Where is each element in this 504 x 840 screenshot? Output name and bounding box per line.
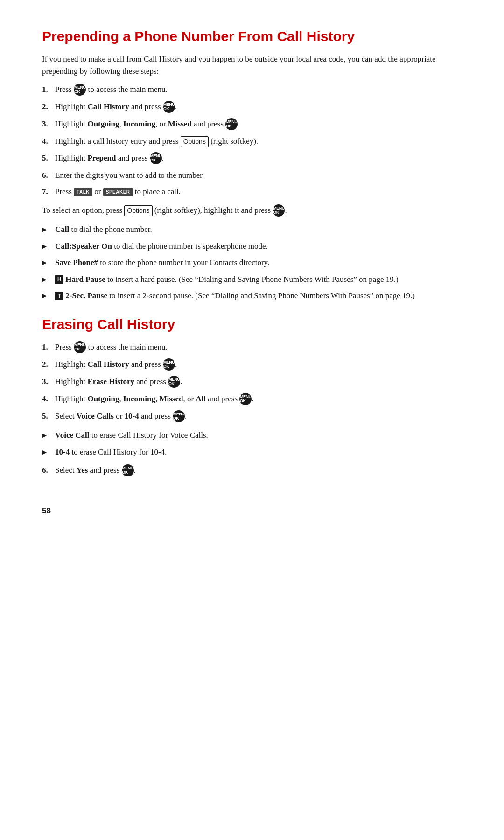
bullet-voice-call: Voice Call to erase Call History for Voi…: [42, 429, 462, 441]
step-2-3: 3. Highlight Erase History and press MEN…: [42, 376, 462, 388]
step-2-6: 6. Select Yes and press MENUOK.: [42, 464, 462, 477]
bullet-call-speaker: Call:Speaker On to dial the phone number…: [42, 240, 462, 252]
options-button-inline: Options: [124, 205, 152, 216]
step-content: Highlight Prepend and press MENUOK.: [55, 152, 462, 165]
section2-steps-list: 1. Press MENUOK to access the main menu.…: [42, 341, 462, 423]
step-number: 6.: [42, 169, 52, 182]
step-content: Highlight Erase History and press MENUOK…: [55, 376, 462, 388]
step-content: Select Voice Calls or 10-4 and press MEN…: [55, 410, 462, 423]
speaker-icon: SPEAKER: [103, 188, 133, 196]
step-number: 4.: [42, 393, 52, 405]
options-button: Options: [181, 136, 209, 147]
step-number: 1.: [42, 341, 52, 353]
step-number: 3.: [42, 118, 52, 130]
menu-icon: MENUOK: [225, 118, 238, 130]
section2-bullets: Voice Call to erase Call History for Voi…: [42, 429, 462, 458]
menu-icon: MENUOK: [239, 393, 252, 405]
menu-icon: MENUOK: [163, 101, 175, 113]
section2-title: Erasing Call History: [42, 316, 462, 333]
talk-icon: TALK: [74, 188, 92, 196]
step-2-5: 5. Select Voice Calls or 10-4 and press …: [42, 410, 462, 423]
menu-icon: MENUOK: [122, 464, 134, 476]
step-number: 6.: [42, 464, 52, 476]
bullet-save-phone: Save Phone# to store the phone number in…: [42, 257, 462, 269]
bullet-hard-pause: H Hard Pause to insert a hard pause. (Se…: [42, 273, 462, 286]
section1-bullets: Call to dial the phone number. Call:Spea…: [42, 224, 462, 302]
step-number: 2.: [42, 358, 52, 371]
step-1-7: 7. Press TALK or SPEAKER to place a call…: [42, 186, 462, 198]
step-number: 4.: [42, 135, 52, 147]
section1-title: Prepending a Phone Number From Call Hist…: [42, 28, 462, 45]
hard-pause-icon: H: [55, 275, 63, 284]
step-1-3: 3. Highlight Outgoing, Incoming, or Miss…: [42, 118, 462, 131]
step-1-1: 1. Press MENUOK to access the main menu.: [42, 84, 462, 96]
section1-intro: If you need to make a call from Call His…: [42, 53, 462, 77]
step-number: 5.: [42, 410, 52, 422]
timer-pause-icon: T: [55, 292, 63, 300]
step-content: Press MENUOK to access the main menu.: [55, 341, 462, 354]
page-number: 58: [42, 505, 462, 517]
section1-steps-list: 1. Press MENUOK to access the main menu.…: [42, 84, 462, 198]
step-2-2: 2. Highlight Call History and press MENU…: [42, 358, 462, 371]
step-1-2: 2. Highlight Call History and press MENU…: [42, 101, 462, 113]
step-1-4: 4. Highlight a call history entry and pr…: [42, 135, 462, 147]
step-content: Highlight a call history entry and press…: [55, 135, 462, 147]
step-content: Highlight Call History and press MENUOK.: [55, 358, 462, 371]
step-2-1: 1. Press MENUOK to access the main menu.: [42, 341, 462, 354]
section2-steps-list-cont: 6. Select Yes and press MENUOK.: [42, 464, 462, 477]
step-content: Highlight Outgoing, Incoming, Missed, or…: [55, 393, 462, 406]
step-content: Enter the digits you want to add to the …: [55, 169, 462, 182]
menu-icon: MENUOK: [273, 204, 285, 217]
step-1-5: 5. Highlight Prepend and press MENUOK.: [42, 152, 462, 165]
menu-icon: MENUOK: [150, 152, 162, 164]
bullet-10-4: 10-4 to erase Call History for 10-4.: [42, 446, 462, 458]
bullet-call: Call to dial the phone number.: [42, 224, 462, 236]
menu-icon: MENUOK: [168, 376, 180, 388]
step-number: 3.: [42, 376, 52, 388]
step-number: 1.: [42, 84, 52, 96]
menu-icon: MENUOK: [74, 84, 86, 96]
step-number: 7.: [42, 186, 52, 198]
step-content: Press TALK or SPEAKER to place a call.: [55, 186, 462, 198]
step-number: 2.: [42, 101, 52, 113]
options-text: To select an option, press Options (righ…: [42, 204, 462, 217]
bullet-2sec-pause: T 2-Sec. Pause to insert a 2-second paus…: [42, 290, 462, 302]
step-content: Highlight Outgoing, Incoming, or Missed …: [55, 118, 462, 131]
step-content: Press MENUOK to access the main menu.: [55, 84, 462, 96]
menu-icon: MENUOK: [163, 358, 175, 371]
step-1-6: 6. Enter the digits you want to add to t…: [42, 169, 462, 182]
menu-icon: MENUOK: [74, 341, 86, 353]
menu-icon: MENUOK: [173, 410, 185, 422]
step-number: 5.: [42, 152, 52, 164]
step-content: Select Yes and press MENUOK.: [55, 464, 462, 477]
step-content: Highlight Call History and press MENUOK.: [55, 101, 462, 113]
section2: Erasing Call History 1. Press MENUOK to …: [42, 316, 462, 477]
step-2-4: 4. Highlight Outgoing, Incoming, Missed,…: [42, 393, 462, 406]
